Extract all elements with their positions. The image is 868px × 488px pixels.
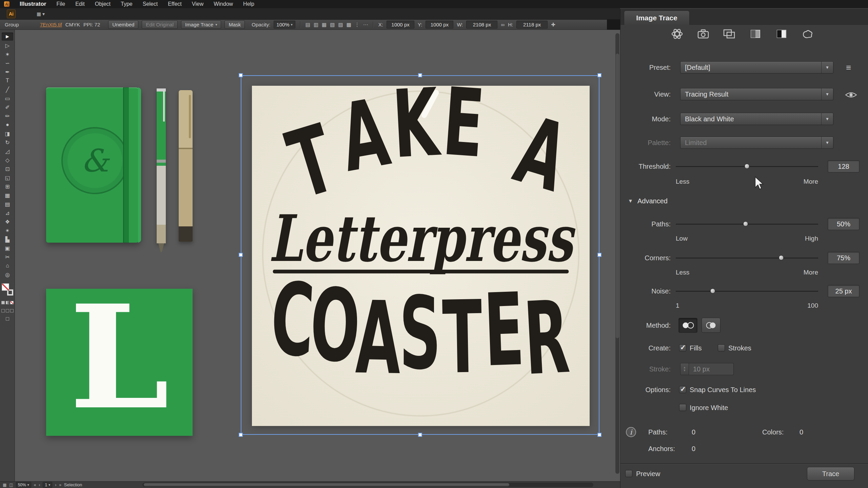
mesh-tool[interactable]: ▦ — [2, 191, 13, 199]
rotate-tool[interactable]: ↻ — [2, 138, 13, 146]
lasso-tool[interactable]: ∽ — [2, 59, 13, 67]
color-button[interactable] — [1, 301, 5, 304]
blob-brush-tool[interactable]: ● — [2, 121, 13, 129]
selection-handle-w[interactable] — [239, 253, 243, 257]
green-pen-artwork[interactable] — [157, 88, 166, 243]
preview-eye-icon[interactable] — [845, 91, 857, 100]
dock-collapse-area[interactable] — [607, 20, 620, 30]
snap-curves-checkbox-label[interactable]: Snap Curves To Lines — [690, 386, 756, 394]
black-and-white-preset-icon[interactable] — [773, 26, 790, 41]
draw-behind-button[interactable] — [6, 309, 9, 312]
paths-value-field[interactable]: 50% — [828, 218, 860, 230]
scale-tool[interactable]: ◿ — [2, 147, 13, 155]
transform-options-icon[interactable]: ✚ — [551, 22, 555, 28]
image-trace-dropdown-button[interactable]: Image Trace▾ — [181, 20, 221, 29]
fill-stroke-indicator[interactable] — [2, 283, 13, 296]
last-artboard-button[interactable]: » — [59, 483, 61, 487]
zoom-field[interactable]: 50%▾ — [16, 482, 31, 488]
h-field[interactable]: 2118 px — [516, 21, 548, 28]
workspace-switcher-icon[interactable]: ▦ ▾ — [37, 11, 45, 17]
unembed-button[interactable]: Unembed — [108, 20, 138, 29]
low-color-preset-icon[interactable] — [721, 26, 738, 41]
preset-dropdown[interactable]: [Default] ▼ — [680, 61, 833, 74]
link-dimensions-icon[interactable]: ∞ — [501, 22, 505, 27]
menu-file[interactable]: File — [56, 1, 65, 7]
menu-illustrator[interactable]: Illustrator — [20, 1, 46, 7]
shape-builder-tool[interactable]: ◱ — [2, 174, 13, 182]
free-transform-tool[interactable]: ⊡ — [2, 165, 13, 173]
edit-original-button[interactable]: Edit Original — [142, 20, 178, 29]
gradient-tool[interactable]: ▤ — [2, 200, 13, 208]
threshold-value-field[interactable]: 128 — [828, 160, 860, 172]
strokes-checkbox-label[interactable]: Strokes — [728, 344, 751, 352]
pencil-tool[interactable]: ✏ — [2, 112, 13, 120]
y-field[interactable]: 1000 px — [426, 21, 453, 28]
outline-preset-icon[interactable] — [799, 26, 816, 41]
tan-pen-artwork[interactable] — [179, 90, 193, 242]
distribute-horizontal-icon[interactable]: ⋯ — [363, 22, 368, 28]
type-tool[interactable]: T — [2, 77, 13, 85]
status-artboard-icon[interactable]: ◫ — [9, 483, 13, 487]
menu-object[interactable]: Object — [95, 1, 111, 7]
previous-artboard-button[interactable]: ‹ — [39, 483, 40, 487]
align-center-icon[interactable]: ▥ — [314, 22, 318, 28]
opacity-field[interactable]: 100%▾ — [274, 21, 295, 28]
paths-slider-thumb[interactable] — [743, 221, 748, 226]
artboard-number-field[interactable]: 1▾ — [43, 482, 52, 488]
paintbrush-tool[interactable]: ✐ — [2, 103, 13, 111]
slice-tool[interactable]: ✂ — [2, 253, 13, 261]
scrollbar-thumb[interactable] — [143, 483, 510, 487]
symbol-sprayer-tool[interactable]: ✴ — [2, 226, 13, 235]
view-dropdown[interactable]: Tracing Result ▼ — [680, 88, 833, 100]
selection-handle-e[interactable] — [597, 253, 601, 257]
menu-effect[interactable]: Effect — [168, 1, 182, 7]
align-middle-icon[interactable]: ▨ — [338, 22, 343, 28]
zoom-tool[interactable]: ◎ — [2, 270, 13, 279]
selection-handle-s[interactable] — [418, 433, 422, 437]
method-abutting-button[interactable] — [678, 318, 697, 333]
ignore-white-checkbox-label[interactable]: Ignore White — [690, 404, 728, 412]
status-grid-icon[interactable]: ▦ — [3, 483, 6, 487]
width-tool[interactable]: ◇ — [2, 156, 13, 164]
next-artboard-button[interactable]: › — [55, 483, 56, 487]
fill-swatch[interactable] — [2, 283, 9, 291]
first-artboard-button[interactable]: « — [34, 483, 36, 487]
align-bottom-icon[interactable]: ▩ — [347, 22, 351, 28]
grayscale-preset-icon[interactable] — [747, 26, 764, 41]
corners-slider-thumb[interactable] — [778, 255, 784, 260]
scrollbar-thumb[interactable] — [616, 54, 619, 338]
align-top-icon[interactable]: ▧ — [330, 22, 335, 28]
noise-slider[interactable] — [676, 288, 818, 294]
draw-inside-button[interactable] — [10, 309, 14, 312]
high-color-preset-icon[interactable] — [695, 26, 712, 41]
selection-handle-n[interactable] — [418, 73, 422, 77]
hand-tool[interactable]: ⌂ — [2, 262, 13, 270]
preset-menu-icon[interactable]: ≡ — [846, 62, 851, 73]
line-segment-tool[interactable]: ╱ — [2, 85, 13, 94]
snap-curves-checkbox[interactable] — [679, 386, 686, 393]
ignore-white-checkbox[interactable] — [679, 404, 686, 411]
vertical-scrollbar[interactable] — [615, 33, 619, 474]
fills-checkbox[interactable] — [679, 344, 686, 351]
menu-help[interactable]: Help — [243, 1, 254, 7]
threshold-slider[interactable] — [676, 163, 818, 170]
distribute-vertical-icon[interactable]: ⋮ — [355, 22, 360, 28]
letter-logo-artwork[interactable]: L — [46, 289, 193, 436]
column-graph-tool[interactable]: ▙ — [2, 235, 13, 243]
advanced-disclosure-triangle[interactable]: ▼ — [628, 197, 633, 205]
method-overlapping-button[interactable] — [702, 318, 721, 333]
threshold-slider-thumb[interactable] — [745, 164, 750, 169]
menu-type[interactable]: Type — [121, 1, 133, 7]
blend-tool[interactable]: ❖ — [2, 218, 13, 226]
screen-mode-button[interactable] — [6, 317, 9, 321]
strokes-checkbox[interactable] — [718, 344, 725, 351]
menu-window[interactable]: Window — [214, 1, 233, 7]
w-field[interactable]: 2108 px — [466, 21, 497, 28]
eraser-tool[interactable]: ◨ — [2, 129, 13, 138]
selection-tool[interactable]: ► — [2, 33, 13, 41]
pen-tool[interactable]: ✒ — [2, 68, 13, 76]
corners-value-field[interactable]: 75% — [828, 252, 860, 264]
menu-view[interactable]: View — [192, 1, 203, 7]
linked-filename[interactable]: 7EnXt5.tif — [40, 22, 62, 27]
mask-button[interactable]: Mask — [224, 20, 245, 29]
